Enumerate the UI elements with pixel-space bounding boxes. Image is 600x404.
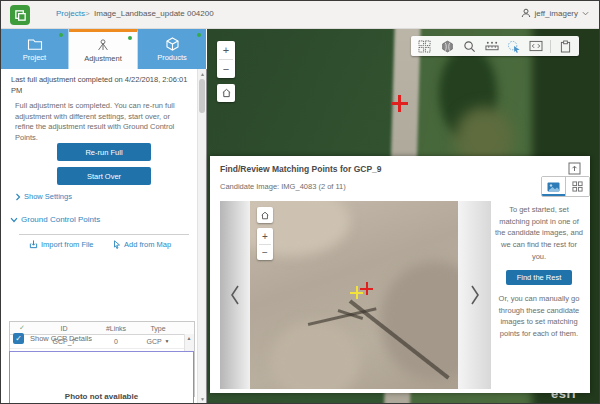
tab-adjustment[interactable]: Adjustment — [69, 29, 138, 69]
gcp-photo-placeholder: Photo not available — [9, 351, 194, 404]
clipboard-button[interactable] — [557, 38, 574, 55]
tab-label: Products — [157, 53, 187, 62]
tab-project[interactable]: Project — [1, 29, 69, 69]
candidate-image-label: Candidate Image: IMG_4083 (2 of 11) — [220, 182, 346, 191]
adjustment-panel: Last full adjustment completed on 4/22/2… — [1, 69, 207, 403]
open-window-icon — [568, 162, 581, 175]
import-icon — [29, 240, 38, 249]
home-icon — [260, 211, 270, 220]
extent-button[interactable] — [528, 38, 545, 55]
rerun-full-button[interactable]: Re-run Full — [57, 143, 151, 161]
search-button[interactable] — [461, 38, 478, 55]
image-view-toggle[interactable] — [542, 177, 565, 196]
viewer-zoom-in-button[interactable]: + — [257, 228, 273, 244]
status-dot — [128, 36, 132, 40]
photo-not-available-text: Photo not available — [10, 392, 193, 401]
viewer-home-button[interactable] — [257, 207, 273, 223]
select-point-cursor-icon — [507, 40, 521, 53]
instruction-manual-text: Or, you can manually go through these ca… — [495, 293, 583, 340]
map-zoom-control: + − — [217, 41, 235, 78]
breadcrumb-projects-link[interactable]: Projects — [56, 9, 85, 18]
import-from-file-label: Import from File — [41, 240, 94, 249]
viewer-grid-button[interactable] — [416, 38, 433, 55]
scroll-up-icon[interactable]: ▲ — [185, 334, 193, 342]
extent-icon — [529, 40, 543, 52]
home-extent-button[interactable] — [217, 84, 235, 102]
user-name: jeff_imagery — [535, 9, 578, 18]
chevron-down-icon — [10, 217, 18, 223]
check-icon: ✓ — [10, 324, 34, 332]
app-logo-glyph — [14, 9, 27, 22]
chevron-right-icon — [469, 284, 481, 306]
show-gcp-details-row: ✓ Show GCP Details — [13, 333, 92, 344]
app-window: Projects > Image_Landbase_update 004200 … — [0, 0, 600, 404]
column-id: ID — [34, 325, 94, 332]
add-from-map-icon — [113, 240, 121, 249]
add-from-map-link[interactable]: Add from Map — [113, 240, 171, 249]
tab-label: Adjustment — [84, 54, 122, 63]
grid-view-icon — [572, 181, 583, 192]
section-divider — [19, 234, 189, 235]
user-icon — [521, 8, 531, 18]
open-window-button[interactable] — [568, 162, 581, 175]
column-type: Type — [138, 325, 178, 332]
app-logo[interactable] — [10, 5, 30, 25]
chevron-right-icon — [15, 193, 21, 201]
gcp-red-cross-marker[interactable] — [391, 95, 408, 112]
gcp-section-toggle[interactable]: Ground Control Points — [10, 215, 100, 224]
toolbar-separator — [550, 40, 551, 53]
folder-icon — [27, 37, 43, 51]
cube-icon — [165, 37, 180, 51]
status-dot — [197, 33, 201, 37]
gcp-section-label: Ground Control Points — [21, 215, 100, 224]
viewer-zoom-out-button[interactable]: − — [257, 245, 273, 260]
candidate-image-viewer[interactable]: + − — [250, 201, 458, 389]
basemap-icon — [441, 40, 454, 53]
adjustment-icon — [95, 38, 111, 52]
zoom-in-button[interactable]: + — [217, 41, 235, 59]
map-toolbar — [411, 36, 579, 56]
home-icon — [221, 88, 232, 98]
column-links: #Links — [94, 325, 138, 332]
chevron-down-icon — [582, 11, 589, 16]
view-toggle-group — [541, 176, 590, 197]
add-point-tool-button[interactable] — [506, 38, 523, 55]
user-menu[interactable]: jeff_imagery — [521, 8, 589, 18]
clipboard-icon — [560, 40, 571, 53]
find-review-panel: Find/Review Matching Points for GCP_9 Ca… — [210, 156, 590, 393]
tab-label: Project — [23, 53, 46, 62]
dropdown-caret-icon: ▼ — [165, 338, 170, 344]
previous-image-button[interactable] — [220, 201, 250, 389]
red-cross-marker[interactable] — [360, 282, 373, 295]
import-from-file-link[interactable]: Import from File — [29, 240, 94, 249]
scrollbar-thumb[interactable] — [199, 79, 205, 113]
status-dot — [59, 33, 63, 37]
top-bar: Projects > Image_Landbase_update 004200 … — [1, 1, 599, 29]
find-the-rest-button[interactable]: Find the Rest — [506, 270, 572, 285]
breadcrumb-project-name: Image_Landbase_update 004200 — [94, 9, 214, 18]
adjustment-description: Full adjustment is completed. You can re… — [15, 101, 189, 143]
search-icon — [463, 40, 476, 53]
basemap-button[interactable] — [439, 38, 456, 55]
tab-products[interactable]: Products — [138, 29, 206, 69]
scroll-up-icon[interactable]: ▲ — [198, 69, 207, 78]
start-over-button[interactable]: Start Over — [57, 167, 151, 185]
measure-button[interactable] — [483, 38, 500, 55]
image-view-icon — [547, 182, 560, 192]
show-settings-label: Show Settings — [24, 192, 72, 201]
photo-dark-patch — [380, 261, 458, 381]
instructions-column: To get started, set matching point in on… — [495, 204, 583, 340]
breadcrumb-separator: > — [85, 9, 90, 18]
windows-grid-icon — [418, 40, 431, 53]
panel-scrollbar[interactable]: ▲ ▼ — [197, 69, 206, 403]
grid-view-toggle[interactable] — [565, 177, 589, 196]
gcp-type-dropdown[interactable]: GCP▼ — [138, 338, 178, 345]
viewer-zoom-control: + − — [257, 228, 273, 260]
show-settings-toggle[interactable]: Show Settings — [15, 192, 72, 201]
zoom-out-button[interactable]: − — [217, 60, 235, 78]
next-image-button[interactable] — [458, 201, 491, 389]
scroll-down-icon[interactable]: ▼ — [198, 394, 207, 403]
show-gcp-details-checkbox[interactable]: ✓ — [13, 333, 24, 344]
last-adjustment-status: Last full adjustment completed on 4/22/2… — [11, 75, 191, 96]
photo-light-patch — [270, 321, 360, 389]
